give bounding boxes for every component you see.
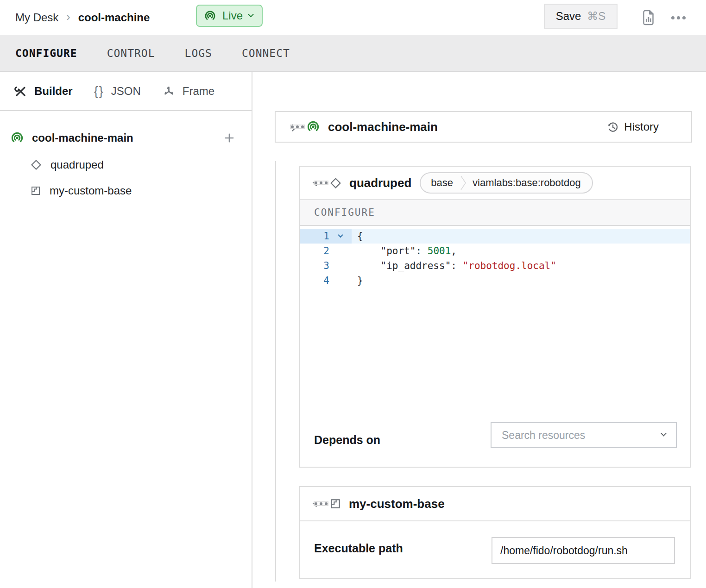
code-text: } xyxy=(352,273,690,288)
app-header: My Desk › cool-machine Live Save ⌘S xyxy=(0,0,706,35)
curly-braces-icon: {} xyxy=(94,84,104,99)
file-chart-icon xyxy=(642,9,655,26)
executable-path-input[interactable] xyxy=(492,537,675,564)
quadruped-card-header: quadruped base viamlabs:base:robotdog xyxy=(300,167,690,199)
mode-builder[interactable]: Builder xyxy=(14,85,73,98)
mode-builder-label: Builder xyxy=(34,85,73,98)
search-resources-input[interactable] xyxy=(502,429,657,442)
tree-item-label: quadruped xyxy=(50,158,104,171)
config-mode-switcher: Builder {} JSON Frame xyxy=(0,72,252,111)
machine-part-card: cool-machine-main History xyxy=(275,111,692,143)
history-label: History xyxy=(624,120,659,133)
machine-tabbar: CONFIGURE CONTROL LOGS CONNECT xyxy=(0,35,706,72)
code-text: { xyxy=(352,229,690,244)
configure-section-header: CONFIGURE xyxy=(300,199,690,226)
fold-spacer xyxy=(329,258,352,273)
config-sidebar: Builder {} JSON Frame cool-machin xyxy=(0,72,252,588)
add-resource-button[interactable] xyxy=(223,131,236,144)
code-text: "port": 5001, xyxy=(352,244,690,258)
my-custom-base-card-body: Executable path xyxy=(300,521,690,577)
line-number: 2 xyxy=(300,244,329,258)
my-custom-base-title: my-custom-base xyxy=(349,497,445,511)
code-line[interactable]: 1{ xyxy=(300,229,690,244)
broadcast-icon xyxy=(204,10,216,22)
frame-axes-icon xyxy=(162,85,176,98)
breadcrumb-location[interactable]: My Desk xyxy=(15,11,58,24)
quadruped-card: quadruped base viamlabs:base:robotdog CO… xyxy=(299,166,691,468)
tree-item-label: cool-machine-main xyxy=(32,131,215,144)
fold-spacer xyxy=(329,244,352,258)
configure-section-label: CONFIGURE xyxy=(314,207,375,218)
line-number: 3 xyxy=(300,258,329,273)
quadruped-title: quadruped xyxy=(349,176,411,190)
depends-on-select[interactable] xyxy=(491,422,677,448)
header-overflow-menu-button[interactable] xyxy=(668,11,688,24)
mode-json-label: JSON xyxy=(111,85,141,98)
tree-connector-line xyxy=(275,161,276,582)
depends-on-label: Depends on xyxy=(314,433,380,447)
live-status-label: Live xyxy=(222,9,243,22)
save-shortcut-hint: ⌘S xyxy=(587,10,605,23)
builder-tools-icon xyxy=(14,85,27,98)
save-button[interactable]: Save ⌘S xyxy=(544,4,618,29)
mode-frame-label: Frame xyxy=(183,85,214,98)
mode-json[interactable]: {} JSON xyxy=(94,84,141,99)
tree-item-my-custom-base[interactable]: my-custom-base xyxy=(0,181,252,200)
code-line[interactable]: 4} xyxy=(300,273,690,288)
card-menu-button[interactable] xyxy=(290,125,305,129)
process-icon xyxy=(329,498,341,510)
badge-type: base xyxy=(431,177,453,189)
code-line[interactable]: 2 "port": 5001, xyxy=(300,244,690,258)
tree-item-machine-part[interactable]: cool-machine-main xyxy=(0,128,252,148)
tab-logs[interactable]: LOGS xyxy=(185,47,212,59)
tab-control[interactable]: CONTROL xyxy=(107,47,155,59)
history-clock-icon xyxy=(606,121,619,133)
machine-report-button[interactable] xyxy=(640,7,656,28)
mode-frame[interactable]: Frame xyxy=(162,85,214,98)
ellipsis-icon xyxy=(671,16,686,19)
tab-configure[interactable]: CONFIGURE xyxy=(15,47,77,59)
breadcrumb: My Desk › cool-machine xyxy=(15,0,150,35)
card-menu-button[interactable] xyxy=(314,501,328,506)
depends-on-row: Depends on xyxy=(300,422,690,467)
history-button[interactable]: History xyxy=(606,120,659,133)
breadcrumb-separator: › xyxy=(66,10,70,25)
code-editor[interactable]: 1{2 "port": 5001,3 "ip_address": "robotd… xyxy=(300,226,690,422)
my-custom-base-card-header: my-custom-base xyxy=(300,487,690,521)
line-number: 1 xyxy=(300,229,329,244)
card-menu-button[interactable] xyxy=(314,181,328,185)
code-line[interactable]: 3 "ip_address": "robotdog.local" xyxy=(300,258,690,273)
tree-item-label: my-custom-base xyxy=(50,184,132,197)
diamond-icon xyxy=(329,177,342,189)
breadcrumb-machine-name: cool-machine xyxy=(78,11,150,24)
fold-spacer xyxy=(329,273,352,288)
chevron-down-icon xyxy=(248,11,254,17)
save-button-label: Save xyxy=(556,10,581,23)
my-custom-base-card: my-custom-base Executable path xyxy=(299,486,691,579)
broadcast-icon xyxy=(306,120,320,134)
machine-part-title: cool-machine-main xyxy=(328,120,606,134)
live-status-dropdown[interactable]: Live xyxy=(196,5,263,27)
line-number: 4 xyxy=(300,273,329,288)
broadcast-icon xyxy=(10,131,24,145)
badge-separator-icon xyxy=(460,175,466,190)
badge-model: viamlabs:base:robotdog xyxy=(473,177,581,189)
chevron-down-icon xyxy=(661,431,667,437)
executable-path-label: Executable path xyxy=(314,542,403,555)
tree-item-quadruped[interactable]: quadruped xyxy=(0,156,252,174)
fold-chevron-icon[interactable] xyxy=(329,229,352,244)
process-icon xyxy=(30,185,41,196)
tab-connect[interactable]: CONNECT xyxy=(242,47,290,59)
resource-tree: cool-machine-main quadruped my-custom-ba… xyxy=(0,111,252,200)
resource-type-badge: base viamlabs:base:robotdog xyxy=(420,172,593,194)
code-text: "ip_address": "robotdog.local" xyxy=(352,258,690,273)
diamond-icon xyxy=(30,159,42,171)
